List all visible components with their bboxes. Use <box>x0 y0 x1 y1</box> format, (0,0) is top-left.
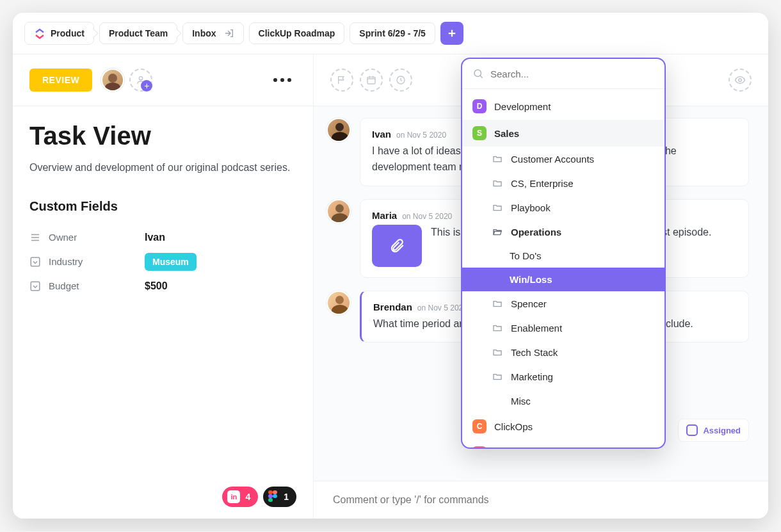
comment-input[interactable] <box>333 494 749 506</box>
dropdown-icon <box>29 256 41 268</box>
crumb-sprint-label: Sprint 6/29 - 7/5 <box>359 28 425 38</box>
svg-rect-3 <box>367 77 375 84</box>
folder-icon <box>492 177 503 189</box>
cf-owner-key: Owner <box>49 232 77 243</box>
checkbox-icon <box>686 424 698 436</box>
folder-icon <box>492 322 503 334</box>
space-picker-popover: D Development S Sales Customer Accounts … <box>461 58 666 449</box>
crumb-inbox-label: Inbox <box>192 28 216 38</box>
folder-operations[interactable]: Operations <box>462 220 664 244</box>
task-title[interactable]: Task View <box>29 122 296 150</box>
svg-point-5 <box>739 79 742 82</box>
crumb-team[interactable]: Product Team <box>99 22 177 44</box>
space-sales[interactable]: S Sales <box>462 120 664 147</box>
folder-playbook[interactable]: Playbook <box>462 195 664 220</box>
assigned-filter[interactable]: Assigned <box>678 419 749 442</box>
crumb-roadmap[interactable]: ClickUp Roadmap <box>249 22 345 44</box>
cf-industry-val[interactable]: Museum <box>145 253 197 271</box>
comment-date: on Nov 5 2020 <box>402 212 452 221</box>
cf-industry-key: Industry <box>49 256 83 267</box>
comment-author: Ivan <box>372 129 391 140</box>
status-pill[interactable]: REVIEW <box>29 69 92 92</box>
list-todos[interactable]: To Do's <box>462 244 664 268</box>
plus-badge-icon: + <box>141 80 152 92</box>
cf-row-owner: Owner Ivan <box>29 225 296 250</box>
folder-techstack[interactable]: Tech Stack <box>462 340 664 364</box>
cf-budget-val[interactable]: $500 <box>145 280 168 292</box>
figma-badge[interactable]: 1 <box>263 487 296 507</box>
comment-date: on Nov 5 2020 <box>417 303 467 312</box>
comment-avatar[interactable] <box>326 118 351 142</box>
space-badge-icon: S <box>472 126 487 140</box>
add-assignee-button[interactable]: + <box>129 69 152 92</box>
folder-icon <box>492 298 503 309</box>
space-badge-icon: D <box>472 99 487 113</box>
folder-open-icon <box>492 226 503 238</box>
popover-search-input[interactable] <box>490 69 654 79</box>
space-development[interactable]: D Development <box>462 93 664 120</box>
folder-icon <box>492 346 503 358</box>
assignee-avatar[interactable] <box>101 69 124 92</box>
list-misc[interactable]: Misc <box>462 389 664 413</box>
spacer <box>492 395 503 407</box>
cf-owner-val[interactable]: Ivan <box>145 232 165 243</box>
folder-customer-accounts[interactable]: Customer Accounts <box>462 147 664 171</box>
space-marketing[interactable]: M Marketing <box>462 440 664 447</box>
svg-point-0 <box>140 77 143 80</box>
crumb-inbox[interactable]: Inbox <box>182 22 243 44</box>
cf-row-budget: Budget $500 <box>29 274 296 298</box>
date-button[interactable] <box>360 69 383 92</box>
dropdown-icon <box>29 280 41 292</box>
folder-icon <box>492 202 503 213</box>
crumb-sprint[interactable]: Sprint 6/29 - 7/5 <box>350 22 435 44</box>
cf-row-industry: Industry Museum <box>29 250 296 274</box>
attachment-thumb[interactable] <box>372 225 422 267</box>
cf-budget-key: Budget <box>49 280 79 291</box>
crumb-product-label: Product <box>51 28 85 38</box>
assigned-label: Assigned <box>703 426 741 435</box>
space-clickops[interactable]: C ClickOps <box>462 413 664 440</box>
popover-list: D Development S Sales Customer Accounts … <box>462 89 664 447</box>
time-button[interactable] <box>389 69 412 92</box>
watch-button[interactable] <box>729 69 752 92</box>
folder-icon <box>492 371 503 382</box>
folder-enablement[interactable]: Enablement <box>462 316 664 340</box>
more-menu-button[interactable] <box>268 73 296 87</box>
list-winloss[interactable]: Win/Loss <box>462 268 664 291</box>
svg-rect-1 <box>31 257 40 266</box>
crumb-product[interactable]: Product <box>24 22 94 45</box>
app-window: Product Product Team Inbox ClickUp Roadm… <box>13 13 768 519</box>
folder-spencer[interactable]: Spencer <box>462 291 664 316</box>
paperclip-icon <box>389 238 405 254</box>
list-icon <box>29 232 41 243</box>
folder-icon <box>492 153 503 165</box>
crumb-roadmap-label: ClickUp Roadmap <box>259 28 335 38</box>
svg-rect-2 <box>31 282 40 291</box>
task-detail-panel: REVIEW + Task View Overview and developm… <box>13 54 314 519</box>
space-badge-icon: M <box>472 446 487 447</box>
invision-icon: in <box>227 490 240 503</box>
comment-author: Brendan <box>373 302 412 312</box>
comment-author: Maria <box>372 210 397 221</box>
popover-search-row <box>462 59 664 89</box>
comment-input-bar <box>314 481 768 519</box>
comment-avatar[interactable] <box>326 199 351 223</box>
folder-marketing[interactable]: Marketing <box>462 364 664 389</box>
invision-badge[interactable]: in 4 <box>222 487 258 507</box>
task-header: REVIEW + <box>13 54 313 106</box>
assignee-group: + <box>101 69 152 92</box>
comment-date: on Nov 5 2020 <box>396 131 446 140</box>
figma-icon <box>268 490 278 503</box>
comment-avatar[interactable] <box>326 291 351 315</box>
add-view-button[interactable] <box>440 22 463 45</box>
crumb-team-label: Product Team <box>109 28 168 38</box>
folder-cs-enterprise[interactable]: CS, Enterprise <box>462 171 664 195</box>
exit-icon[interactable] <box>224 28 234 38</box>
integration-badges: in 4 1 <box>13 475 313 519</box>
svg-point-6 <box>474 70 481 77</box>
search-icon <box>472 68 484 79</box>
space-badge-icon: C <box>472 419 487 433</box>
task-description[interactable]: Overview and development of our original… <box>29 159 296 176</box>
clickup-logo-icon <box>34 28 45 39</box>
flag-button[interactable] <box>330 69 353 92</box>
